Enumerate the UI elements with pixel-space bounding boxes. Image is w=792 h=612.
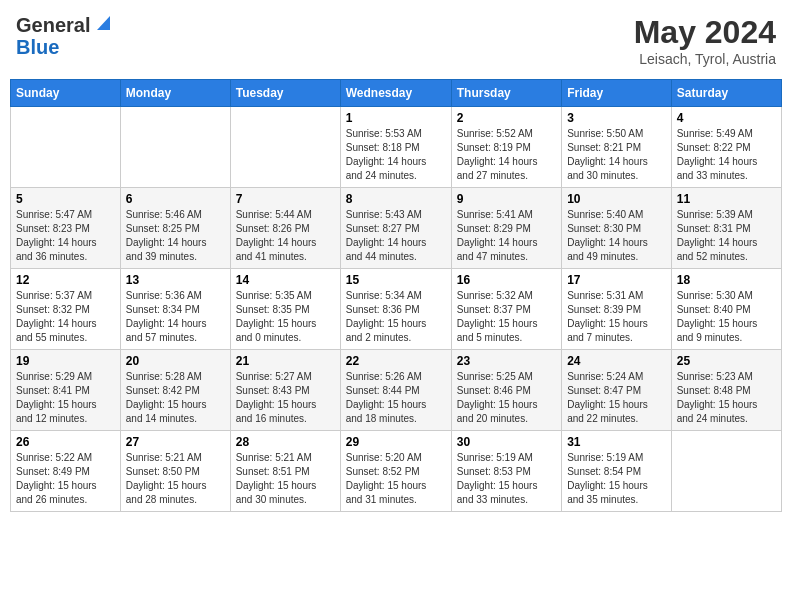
header-cell-tuesday: Tuesday (230, 80, 340, 107)
day-cell: 4Sunrise: 5:49 AMSunset: 8:22 PMDaylight… (671, 107, 781, 188)
day-number: 10 (567, 192, 666, 206)
day-cell: 12Sunrise: 5:37 AMSunset: 8:32 PMDayligh… (11, 269, 121, 350)
day-info: Sunrise: 5:46 AMSunset: 8:25 PMDaylight:… (126, 208, 225, 264)
day-cell: 18Sunrise: 5:30 AMSunset: 8:40 PMDayligh… (671, 269, 781, 350)
day-number: 29 (346, 435, 446, 449)
day-info: Sunrise: 5:20 AMSunset: 8:52 PMDaylight:… (346, 451, 446, 507)
day-number: 5 (16, 192, 115, 206)
day-cell: 8Sunrise: 5:43 AMSunset: 8:27 PMDaylight… (340, 188, 451, 269)
day-info: Sunrise: 5:28 AMSunset: 8:42 PMDaylight:… (126, 370, 225, 426)
day-cell (671, 431, 781, 512)
day-info: Sunrise: 5:53 AMSunset: 8:18 PMDaylight:… (346, 127, 446, 183)
day-number: 2 (457, 111, 556, 125)
day-number: 18 (677, 273, 776, 287)
day-cell: 19Sunrise: 5:29 AMSunset: 8:41 PMDayligh… (11, 350, 121, 431)
day-cell: 9Sunrise: 5:41 AMSunset: 8:29 PMDaylight… (451, 188, 561, 269)
day-cell: 3Sunrise: 5:50 AMSunset: 8:21 PMDaylight… (562, 107, 672, 188)
day-cell: 25Sunrise: 5:23 AMSunset: 8:48 PMDayligh… (671, 350, 781, 431)
header-row: SundayMondayTuesdayWednesdayThursdayFrid… (11, 80, 782, 107)
day-number: 16 (457, 273, 556, 287)
day-info: Sunrise: 5:24 AMSunset: 8:47 PMDaylight:… (567, 370, 666, 426)
day-cell: 31Sunrise: 5:19 AMSunset: 8:54 PMDayligh… (562, 431, 672, 512)
day-cell: 10Sunrise: 5:40 AMSunset: 8:30 PMDayligh… (562, 188, 672, 269)
calendar-body: 1Sunrise: 5:53 AMSunset: 8:18 PMDaylight… (11, 107, 782, 512)
day-info: Sunrise: 5:35 AMSunset: 8:35 PMDaylight:… (236, 289, 335, 345)
calendar-table: SundayMondayTuesdayWednesdayThursdayFrid… (10, 79, 782, 512)
week-row-4: 19Sunrise: 5:29 AMSunset: 8:41 PMDayligh… (11, 350, 782, 431)
day-cell: 24Sunrise: 5:24 AMSunset: 8:47 PMDayligh… (562, 350, 672, 431)
day-cell: 27Sunrise: 5:21 AMSunset: 8:50 PMDayligh… (120, 431, 230, 512)
day-info: Sunrise: 5:26 AMSunset: 8:44 PMDaylight:… (346, 370, 446, 426)
header-cell-friday: Friday (562, 80, 672, 107)
day-info: Sunrise: 5:40 AMSunset: 8:30 PMDaylight:… (567, 208, 666, 264)
calendar-header: SundayMondayTuesdayWednesdayThursdayFrid… (11, 80, 782, 107)
day-cell: 11Sunrise: 5:39 AMSunset: 8:31 PMDayligh… (671, 188, 781, 269)
day-info: Sunrise: 5:21 AMSunset: 8:50 PMDaylight:… (126, 451, 225, 507)
header-cell-monday: Monday (120, 80, 230, 107)
week-row-2: 5Sunrise: 5:47 AMSunset: 8:23 PMDaylight… (11, 188, 782, 269)
page-header: General Blue May 2024 Leisach, Tyrol, Au… (10, 10, 782, 71)
day-cell (230, 107, 340, 188)
day-number: 9 (457, 192, 556, 206)
day-cell: 23Sunrise: 5:25 AMSunset: 8:46 PMDayligh… (451, 350, 561, 431)
day-number: 28 (236, 435, 335, 449)
day-info: Sunrise: 5:19 AMSunset: 8:54 PMDaylight:… (567, 451, 666, 507)
header-cell-saturday: Saturday (671, 80, 781, 107)
day-number: 4 (677, 111, 776, 125)
day-cell: 30Sunrise: 5:19 AMSunset: 8:53 PMDayligh… (451, 431, 561, 512)
day-number: 31 (567, 435, 666, 449)
day-cell: 2Sunrise: 5:52 AMSunset: 8:19 PMDaylight… (451, 107, 561, 188)
day-cell: 7Sunrise: 5:44 AMSunset: 8:26 PMDaylight… (230, 188, 340, 269)
day-number: 19 (16, 354, 115, 368)
day-number: 15 (346, 273, 446, 287)
day-cell (11, 107, 121, 188)
day-cell: 14Sunrise: 5:35 AMSunset: 8:35 PMDayligh… (230, 269, 340, 350)
day-cell (120, 107, 230, 188)
title-block: May 2024 Leisach, Tyrol, Austria (634, 14, 776, 67)
day-number: 20 (126, 354, 225, 368)
day-info: Sunrise: 5:31 AMSunset: 8:39 PMDaylight:… (567, 289, 666, 345)
day-info: Sunrise: 5:44 AMSunset: 8:26 PMDaylight:… (236, 208, 335, 264)
day-cell: 29Sunrise: 5:20 AMSunset: 8:52 PMDayligh… (340, 431, 451, 512)
header-cell-wednesday: Wednesday (340, 80, 451, 107)
day-info: Sunrise: 5:47 AMSunset: 8:23 PMDaylight:… (16, 208, 115, 264)
header-cell-thursday: Thursday (451, 80, 561, 107)
day-number: 3 (567, 111, 666, 125)
day-info: Sunrise: 5:22 AMSunset: 8:49 PMDaylight:… (16, 451, 115, 507)
day-number: 7 (236, 192, 335, 206)
day-number: 13 (126, 273, 225, 287)
logo-blue-text: Blue (16, 36, 110, 58)
day-info: Sunrise: 5:34 AMSunset: 8:36 PMDaylight:… (346, 289, 446, 345)
day-number: 12 (16, 273, 115, 287)
week-row-5: 26Sunrise: 5:22 AMSunset: 8:49 PMDayligh… (11, 431, 782, 512)
day-cell: 26Sunrise: 5:22 AMSunset: 8:49 PMDayligh… (11, 431, 121, 512)
day-cell: 15Sunrise: 5:34 AMSunset: 8:36 PMDayligh… (340, 269, 451, 350)
day-info: Sunrise: 5:49 AMSunset: 8:22 PMDaylight:… (677, 127, 776, 183)
day-cell: 22Sunrise: 5:26 AMSunset: 8:44 PMDayligh… (340, 350, 451, 431)
day-cell: 1Sunrise: 5:53 AMSunset: 8:18 PMDaylight… (340, 107, 451, 188)
day-info: Sunrise: 5:29 AMSunset: 8:41 PMDaylight:… (16, 370, 115, 426)
logo-general-text: General (16, 14, 90, 36)
day-number: 17 (567, 273, 666, 287)
day-number: 22 (346, 354, 446, 368)
location-text: Leisach, Tyrol, Austria (634, 51, 776, 67)
day-number: 21 (236, 354, 335, 368)
day-info: Sunrise: 5:32 AMSunset: 8:37 PMDaylight:… (457, 289, 556, 345)
day-number: 6 (126, 192, 225, 206)
day-number: 27 (126, 435, 225, 449)
day-info: Sunrise: 5:19 AMSunset: 8:53 PMDaylight:… (457, 451, 556, 507)
day-number: 1 (346, 111, 446, 125)
day-info: Sunrise: 5:23 AMSunset: 8:48 PMDaylight:… (677, 370, 776, 426)
week-row-3: 12Sunrise: 5:37 AMSunset: 8:32 PMDayligh… (11, 269, 782, 350)
day-cell: 6Sunrise: 5:46 AMSunset: 8:25 PMDaylight… (120, 188, 230, 269)
day-number: 8 (346, 192, 446, 206)
day-info: Sunrise: 5:39 AMSunset: 8:31 PMDaylight:… (677, 208, 776, 264)
day-cell: 21Sunrise: 5:27 AMSunset: 8:43 PMDayligh… (230, 350, 340, 431)
day-cell: 28Sunrise: 5:21 AMSunset: 8:51 PMDayligh… (230, 431, 340, 512)
header-cell-sunday: Sunday (11, 80, 121, 107)
day-cell: 5Sunrise: 5:47 AMSunset: 8:23 PMDaylight… (11, 188, 121, 269)
logo: General Blue (16, 14, 110, 58)
day-info: Sunrise: 5:21 AMSunset: 8:51 PMDaylight:… (236, 451, 335, 507)
day-info: Sunrise: 5:50 AMSunset: 8:21 PMDaylight:… (567, 127, 666, 183)
day-number: 23 (457, 354, 556, 368)
